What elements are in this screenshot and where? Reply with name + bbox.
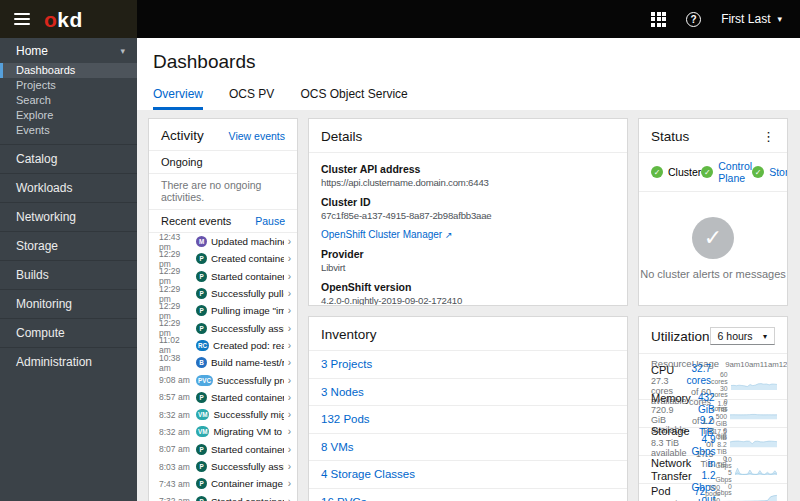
status-item-storage: ✓Storage <box>752 160 788 184</box>
sidebar-nav: Home ▾ DashboardsProjectsSearchExploreEv… <box>0 38 137 501</box>
event-timestamp: 8:57 am <box>159 392 192 402</box>
sidebar-item-catalog[interactable]: Catalog <box>0 144 137 173</box>
event-row[interactable]: 12:29 pmPStarted container reacta…› <box>149 268 297 285</box>
sidebar-item-search[interactable]: Search <box>0 93 137 108</box>
resource-cell: Network Transfer <box>651 457 692 482</box>
inventory-link-4-storage-classes[interactable]: 4 Storage Classes <box>309 461 627 489</box>
event-row[interactable]: 8:57 amPStarted container appde…› <box>149 389 297 406</box>
inventory-link-3-projects[interactable]: 3 Projects <box>309 351 627 379</box>
event-row[interactable]: 10:38 amBBuild name-test/react-we…› <box>149 354 297 371</box>
inventory-link-132-pods[interactable]: 132 Pods <box>309 406 627 434</box>
page-title: Dashboards <box>153 51 800 83</box>
status-empty-message: No cluster alerts or messages <box>640 268 786 280</box>
sidebar-item-builds[interactable]: Builds <box>0 260 137 289</box>
resource-badge-p: P <box>196 392 207 403</box>
resource-name: Storage <box>651 425 690 438</box>
okd-logo[interactable]: okd <box>44 9 83 30</box>
event-row[interactable]: 12:29 pmPSuccessfully pulled imag…› <box>149 285 297 302</box>
menu-toggle-icon[interactable] <box>14 13 30 25</box>
usage-value[interactable]: 32.7 cores <box>687 363 711 387</box>
event-row[interactable]: 7:43 amPContainer image "registr…› <box>149 475 297 492</box>
event-message: Pulling image "image-re… <box>211 305 284 316</box>
detail-value: https://api.clustername.domain.com:6443 <box>321 177 615 188</box>
pause-events-link[interactable]: Pause <box>255 215 285 227</box>
event-row[interactable]: 7:32 amPStarted container deploy…› <box>149 492 297 501</box>
recent-events-header: Recent events Pause <box>149 210 297 233</box>
sidebar-item-explore[interactable]: Explore <box>0 108 137 123</box>
event-timestamp: 9:08 am <box>159 375 192 385</box>
usage-value[interactable]: 4.9 Gbps in <box>692 434 716 470</box>
view-events-link[interactable]: View events <box>229 130 285 142</box>
chevron-right-icon: › <box>288 357 291 368</box>
event-message: Container image "registr… <box>211 478 284 489</box>
chevron-right-icon: › <box>288 461 291 472</box>
detail-value: 67c1f85e-a137-4915-8a87-2b98afbb3aae <box>321 210 615 221</box>
usage-value[interactable]: 432 GiB <box>691 392 715 416</box>
detail-value: Libvirt <box>321 262 615 273</box>
status-item-label[interactable]: Storage <box>769 166 788 178</box>
event-row[interactable]: 8:32 amVMSuccessfully migrated V…› <box>149 406 297 423</box>
cluster-manager-link[interactable]: OpenShift Cluster Manager ↗ <box>321 229 615 240</box>
sidebar-item-home[interactable]: Home ▾ <box>0 38 137 63</box>
usage-value[interactable]: 72 pods <box>678 486 705 501</box>
check-circle-icon: ✓ <box>701 166 713 178</box>
time-tick-label: 12pm <box>779 360 788 369</box>
resource-badge-vm: VM <box>196 409 209 420</box>
event-row[interactable]: 8:32 amVMMigrating VM to node ip…› <box>149 423 297 440</box>
status-item-label: Cluster <box>668 166 701 178</box>
status-item-label[interactable]: Control Plane <box>718 160 752 184</box>
chevron-right-icon: › <box>288 392 291 403</box>
inventory-link-8-vms[interactable]: 8 VMs <box>309 434 627 462</box>
event-row[interactable]: 11:02 amRCCreated pod: react-web…› <box>149 337 297 354</box>
kebab-menu-icon[interactable]: ⋮ <box>762 132 775 142</box>
time-axis-labels: 9am10am11am12pm1pm <box>719 360 788 369</box>
event-row[interactable]: 12:43 pmMUpdated machine mynam…› <box>149 233 297 250</box>
y-tick-label: 8.2 TiB <box>714 442 727 456</box>
status-item-control-plane: ✓Control Plane <box>701 160 752 184</box>
sidebar-item-monitoring[interactable]: Monitoring <box>0 289 137 318</box>
detail-label: Provider <box>321 248 615 260</box>
chevron-right-icon: › <box>288 340 291 351</box>
ongoing-empty-message: There are no ongoing activities. <box>149 174 297 210</box>
duration-dropdown[interactable]: 6 hours ▾ <box>710 327 775 345</box>
resource-badge-p: P <box>196 271 207 282</box>
sidebar-item-dashboards[interactable]: Dashboards <box>0 63 137 78</box>
utilization-rows: CPU27.3 cores available32.7 coresof 60 c… <box>639 371 787 501</box>
sidebar-item-workloads[interactable]: Workloads <box>0 173 137 202</box>
event-row[interactable]: 12:29 pmPCreated container reacta…› <box>149 250 297 267</box>
apps-grid-icon[interactable] <box>651 12 666 27</box>
tab-overview[interactable]: Overview <box>153 83 203 110</box>
sidebar-item-administration[interactable]: Administration <box>0 347 137 376</box>
sidebar-item-networking[interactable]: Networking <box>0 202 137 231</box>
tab-ocs-pv[interactable]: OCS PV <box>229 83 274 110</box>
masthead: okd ? First Last ▾ <box>0 0 800 38</box>
sidebar-item-projects[interactable]: Projects <box>0 78 137 93</box>
resource-badge-p: P <box>196 253 207 264</box>
sidebar-item-storage[interactable]: Storage <box>0 231 137 260</box>
user-menu[interactable]: First Last ▾ <box>721 12 782 26</box>
event-timestamp: 8:32 am <box>159 410 192 420</box>
y-tick-label: 60 cores <box>711 372 728 386</box>
event-row[interactable]: 8:03 amPSuccessfully assigned m…› <box>149 458 297 475</box>
event-message: Started container reacta… <box>211 271 284 282</box>
inventory-link-3-nodes[interactable]: 3 Nodes <box>309 379 627 407</box>
help-icon[interactable]: ? <box>686 12 701 27</box>
inventory-list: 3 Projects3 Nodes132 Pods8 VMs4 Storage … <box>309 351 627 501</box>
event-row[interactable]: 9:08 amPVCSuccessfully provision…› <box>149 371 297 388</box>
dashboard-grid: Details Cluster API addresshttps://api.c… <box>137 110 800 501</box>
inventory-link-16-pvcs[interactable]: 16 PVCs <box>309 489 627 501</box>
sparkline-chart <box>730 401 777 427</box>
event-row[interactable]: 8:07 amPStarted container manag…› <box>149 441 297 458</box>
resource-badge-m: M <box>196 236 207 247</box>
event-message: Successfully pulled imag… <box>211 288 284 299</box>
resource-name: CPU <box>651 364 687 377</box>
event-message: Successfully provision… <box>217 375 284 386</box>
event-row[interactable]: 12:29 pmPSuccessfully assigned ap…› <box>149 319 297 336</box>
event-row[interactable]: 12:29 pmPPulling image "image-re…› <box>149 302 297 319</box>
page-header: Dashboards <box>137 38 800 83</box>
event-message: Updated machine mynam… <box>211 236 284 247</box>
details-card: Details Cluster API addresshttps://api.c… <box>308 118 628 306</box>
sidebar-item-compute[interactable]: Compute <box>0 318 137 347</box>
tab-ocs-object-service[interactable]: OCS Object Service <box>300 83 407 110</box>
sidebar-item-events[interactable]: Events <box>0 123 137 138</box>
